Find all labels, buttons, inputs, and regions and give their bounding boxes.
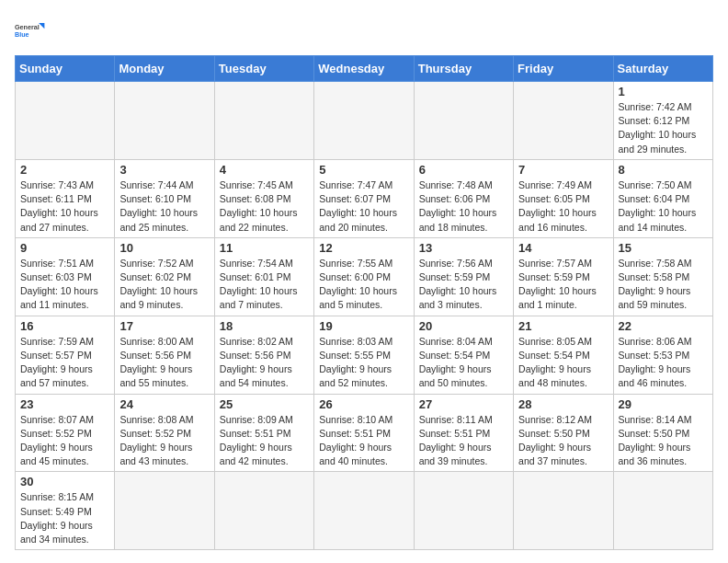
day-number: 11 bbox=[220, 241, 309, 255]
day-number: 18 bbox=[220, 319, 309, 333]
day-number: 3 bbox=[119, 163, 209, 177]
calendar-cell: 6Sunrise: 7:48 AM Sunset: 6:06 PM Daylig… bbox=[414, 159, 513, 237]
calendar-cell bbox=[214, 472, 313, 550]
calendar-header: SundayMondayTuesdayWednesdayThursdayFrid… bbox=[16, 56, 713, 82]
day-info: Sunrise: 7:57 AM Sunset: 5:59 PM Dayligh… bbox=[518, 257, 608, 313]
weekday-row: SundayMondayTuesdayWednesdayThursdayFrid… bbox=[16, 56, 713, 82]
day-number: 2 bbox=[20, 163, 109, 177]
weekday-header: Sunday bbox=[16, 56, 115, 82]
day-info: Sunrise: 8:10 AM Sunset: 5:51 PM Dayligh… bbox=[319, 413, 408, 469]
day-number: 25 bbox=[220, 397, 309, 411]
calendar-cell bbox=[414, 472, 513, 550]
logo: GeneralBlue bbox=[15, 15, 48, 48]
day-number: 7 bbox=[518, 163, 608, 177]
day-info: Sunrise: 8:08 AM Sunset: 5:52 PM Dayligh… bbox=[119, 413, 209, 469]
calendar-cell: 21Sunrise: 8:05 AM Sunset: 5:54 PM Dayli… bbox=[514, 316, 613, 394]
calendar-cell bbox=[314, 82, 414, 160]
calendar-cell: 13Sunrise: 7:56 AM Sunset: 5:59 PM Dayli… bbox=[414, 237, 513, 316]
calendar-cell: 15Sunrise: 7:58 AM Sunset: 5:58 PM Dayli… bbox=[613, 237, 712, 316]
calendar-cell: 10Sunrise: 7:52 AM Sunset: 6:02 PM Dayli… bbox=[115, 237, 214, 316]
calendar-cell: 9Sunrise: 7:51 AM Sunset: 6:03 PM Daylig… bbox=[16, 237, 115, 316]
calendar-cell: 5Sunrise: 7:47 AM Sunset: 6:07 PM Daylig… bbox=[314, 159, 414, 237]
day-number: 12 bbox=[319, 241, 408, 255]
day-info: Sunrise: 7:49 AM Sunset: 6:05 PM Dayligh… bbox=[518, 178, 608, 235]
day-number: 23 bbox=[20, 397, 109, 411]
day-info: Sunrise: 7:54 AM Sunset: 6:01 PM Dayligh… bbox=[220, 257, 309, 313]
calendar-cell bbox=[514, 472, 613, 550]
day-number: 4 bbox=[220, 163, 309, 177]
weekday-header: Thursday bbox=[414, 56, 513, 82]
weekday-header: Friday bbox=[514, 56, 613, 82]
calendar-cell: 11Sunrise: 7:54 AM Sunset: 6:01 PM Dayli… bbox=[214, 237, 313, 316]
calendar-cell: 18Sunrise: 8:02 AM Sunset: 5:56 PM Dayli… bbox=[214, 316, 313, 394]
day-info: Sunrise: 7:52 AM Sunset: 6:02 PM Dayligh… bbox=[119, 257, 209, 313]
calendar-cell: 19Sunrise: 8:03 AM Sunset: 5:55 PM Dayli… bbox=[314, 316, 414, 394]
calendar: SundayMondayTuesdayWednesdayThursdayFrid… bbox=[15, 55, 713, 550]
calendar-cell: 26Sunrise: 8:10 AM Sunset: 5:51 PM Dayli… bbox=[314, 394, 414, 472]
calendar-cell: 22Sunrise: 8:06 AM Sunset: 5:53 PM Dayli… bbox=[613, 316, 712, 394]
calendar-cell: 25Sunrise: 8:09 AM Sunset: 5:51 PM Dayli… bbox=[214, 394, 313, 472]
day-number: 29 bbox=[619, 397, 708, 411]
calendar-cell bbox=[314, 472, 414, 550]
calendar-cell: 17Sunrise: 8:00 AM Sunset: 5:56 PM Dayli… bbox=[115, 316, 214, 394]
day-number: 9 bbox=[20, 241, 109, 255]
day-info: Sunrise: 7:42 AM Sunset: 6:12 PM Dayligh… bbox=[619, 100, 708, 156]
calendar-cell: 16Sunrise: 7:59 AM Sunset: 5:57 PM Dayli… bbox=[16, 316, 115, 394]
calendar-cell: 30Sunrise: 8:15 AM Sunset: 5:49 PM Dayli… bbox=[16, 472, 115, 550]
svg-marker-2 bbox=[39, 23, 44, 29]
calendar-cell: 7Sunrise: 7:49 AM Sunset: 6:05 PM Daylig… bbox=[514, 159, 613, 237]
calendar-week-row: 9Sunrise: 7:51 AM Sunset: 6:03 PM Daylig… bbox=[16, 237, 713, 316]
day-info: Sunrise: 8:07 AM Sunset: 5:52 PM Dayligh… bbox=[20, 413, 109, 469]
calendar-cell: 29Sunrise: 8:14 AM Sunset: 5:50 PM Dayli… bbox=[613, 394, 712, 472]
day-number: 8 bbox=[619, 163, 708, 177]
svg-text:Blue: Blue bbox=[15, 30, 29, 39]
day-info: Sunrise: 7:44 AM Sunset: 6:10 PM Dayligh… bbox=[119, 178, 209, 235]
day-number: 20 bbox=[419, 319, 508, 333]
day-info: Sunrise: 7:50 AM Sunset: 6:04 PM Dayligh… bbox=[619, 178, 708, 235]
day-info: Sunrise: 7:43 AM Sunset: 6:11 PM Dayligh… bbox=[20, 178, 109, 235]
calendar-cell: 2Sunrise: 7:43 AM Sunset: 6:11 PM Daylig… bbox=[16, 159, 115, 237]
calendar-cell bbox=[16, 82, 115, 160]
day-info: Sunrise: 8:12 AM Sunset: 5:50 PM Dayligh… bbox=[518, 413, 608, 469]
day-info: Sunrise: 8:03 AM Sunset: 5:55 PM Dayligh… bbox=[319, 335, 408, 391]
day-info: Sunrise: 8:02 AM Sunset: 5:56 PM Dayligh… bbox=[220, 335, 309, 391]
calendar-cell: 8Sunrise: 7:50 AM Sunset: 6:04 PM Daylig… bbox=[613, 159, 712, 237]
weekday-header: Monday bbox=[115, 56, 214, 82]
day-number: 13 bbox=[419, 241, 508, 255]
calendar-body: 1Sunrise: 7:42 AM Sunset: 6:12 PM Daylig… bbox=[16, 82, 713, 550]
day-info: Sunrise: 7:48 AM Sunset: 6:06 PM Dayligh… bbox=[419, 178, 508, 235]
weekday-header: Tuesday bbox=[214, 56, 313, 82]
calendar-cell: 3Sunrise: 7:44 AM Sunset: 6:10 PM Daylig… bbox=[115, 159, 214, 237]
calendar-cell bbox=[514, 82, 613, 160]
header: GeneralBlue bbox=[15, 15, 713, 48]
day-number: 30 bbox=[20, 475, 109, 488]
day-number: 19 bbox=[319, 319, 408, 333]
calendar-cell bbox=[613, 472, 712, 550]
calendar-cell bbox=[214, 82, 313, 160]
calendar-cell: 1Sunrise: 7:42 AM Sunset: 6:12 PM Daylig… bbox=[613, 82, 712, 160]
day-info: Sunrise: 7:56 AM Sunset: 5:59 PM Dayligh… bbox=[419, 257, 508, 313]
calendar-week-row: 1Sunrise: 7:42 AM Sunset: 6:12 PM Daylig… bbox=[16, 82, 713, 160]
calendar-week-row: 30Sunrise: 8:15 AM Sunset: 5:49 PM Dayli… bbox=[16, 472, 713, 550]
day-info: Sunrise: 8:04 AM Sunset: 5:54 PM Dayligh… bbox=[419, 335, 508, 391]
calendar-week-row: 16Sunrise: 7:59 AM Sunset: 5:57 PM Dayli… bbox=[16, 316, 713, 394]
day-number: 27 bbox=[419, 397, 508, 411]
day-info: Sunrise: 8:09 AM Sunset: 5:51 PM Dayligh… bbox=[220, 413, 309, 469]
day-number: 17 bbox=[119, 319, 209, 333]
calendar-cell: 23Sunrise: 8:07 AM Sunset: 5:52 PM Dayli… bbox=[16, 394, 115, 472]
calendar-week-row: 2Sunrise: 7:43 AM Sunset: 6:11 PM Daylig… bbox=[16, 159, 713, 237]
day-number: 15 bbox=[619, 241, 708, 255]
day-number: 5 bbox=[319, 163, 408, 177]
calendar-week-row: 23Sunrise: 8:07 AM Sunset: 5:52 PM Dayli… bbox=[16, 394, 713, 472]
calendar-cell bbox=[115, 82, 214, 160]
day-info: Sunrise: 8:00 AM Sunset: 5:56 PM Dayligh… bbox=[119, 335, 209, 391]
day-info: Sunrise: 7:58 AM Sunset: 5:58 PM Dayligh… bbox=[619, 257, 708, 313]
calendar-cell: 4Sunrise: 7:45 AM Sunset: 6:08 PM Daylig… bbox=[214, 159, 313, 237]
day-info: Sunrise: 8:14 AM Sunset: 5:50 PM Dayligh… bbox=[619, 413, 708, 469]
calendar-cell: 20Sunrise: 8:04 AM Sunset: 5:54 PM Dayli… bbox=[414, 316, 513, 394]
day-info: Sunrise: 7:51 AM Sunset: 6:03 PM Dayligh… bbox=[20, 257, 109, 313]
weekday-header: Saturday bbox=[613, 56, 712, 82]
day-info: Sunrise: 8:11 AM Sunset: 5:51 PM Dayligh… bbox=[419, 413, 508, 469]
day-info: Sunrise: 7:47 AM Sunset: 6:07 PM Dayligh… bbox=[319, 178, 408, 235]
day-number: 22 bbox=[619, 319, 708, 333]
